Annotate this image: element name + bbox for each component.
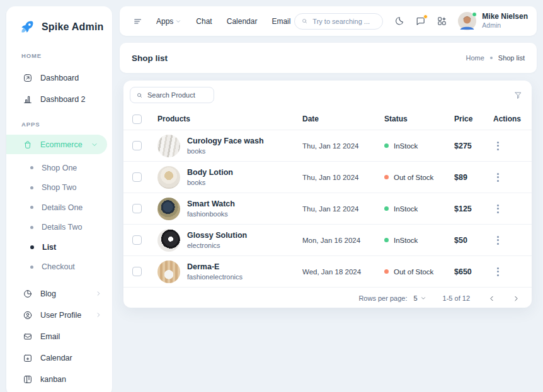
row-checkbox[interactable] bbox=[132, 141, 142, 150]
app-logo[interactable]: Spike Admin bbox=[6, 6, 112, 35]
rows-per-page-value: 5 bbox=[413, 294, 417, 302]
product-search[interactable] bbox=[130, 87, 214, 103]
user-icon bbox=[23, 310, 33, 320]
product-name: Body Lotion bbox=[187, 167, 302, 178]
pagination-nav bbox=[488, 294, 520, 303]
global-search[interactable] bbox=[294, 13, 383, 30]
breadcrumb-home-link[interactable]: Home bbox=[466, 54, 484, 62]
product-price: $89 bbox=[454, 173, 493, 182]
row-checkbox[interactable] bbox=[132, 267, 142, 276]
pagination-range: 1-5 of 12 bbox=[443, 294, 470, 302]
product-date: Thu, Jan 12 2024 bbox=[302, 205, 384, 213]
nav-calendar[interactable]: Calendar bbox=[227, 17, 258, 26]
select-all-checkbox[interactable] bbox=[132, 115, 142, 124]
status-label: InStock bbox=[394, 205, 418, 213]
nav-chat[interactable]: Chat bbox=[196, 17, 212, 26]
sidebar-item-label: Checkout bbox=[42, 262, 75, 271]
product-thumbnail bbox=[157, 229, 180, 252]
status-label: InStock bbox=[394, 237, 418, 244]
sidebar-item-dashboard2[interactable]: Dashboard 2 bbox=[6, 89, 112, 109]
column-header-products: Products bbox=[157, 115, 302, 123]
sidebar-item-details-two[interactable]: Details Two bbox=[6, 218, 112, 238]
product-name: Smart Watch bbox=[187, 199, 302, 210]
sidebar-item-details-one[interactable]: Details One bbox=[6, 198, 112, 218]
rocket-icon bbox=[19, 18, 36, 35]
product-price: $275 bbox=[454, 142, 493, 150]
sidebar-item-email[interactable]: Email bbox=[6, 326, 112, 347]
search-icon bbox=[301, 17, 308, 25]
sidebar-item-kanban[interactable]: kanban bbox=[6, 369, 112, 389]
product-status: InStock bbox=[384, 205, 454, 213]
product-category: electronics bbox=[187, 241, 302, 250]
row-checkbox[interactable] bbox=[132, 204, 142, 213]
table-row: Glossy Solution electronics Mon, Jan 16 … bbox=[123, 224, 532, 255]
bullet-icon bbox=[30, 186, 33, 189]
user-role: Admin bbox=[482, 21, 528, 30]
sidebar-item-ecommerce[interactable]: Ecommerce bbox=[6, 135, 107, 154]
chevron-right-icon bbox=[512, 294, 520, 303]
sidebar-item-label: Shop One bbox=[42, 164, 77, 172]
row-checkbox[interactable] bbox=[132, 235, 142, 245]
next-page-button[interactable] bbox=[512, 294, 520, 303]
table-toolbar bbox=[123, 87, 532, 103]
sidebar-item-user-profile[interactable]: User Profile bbox=[6, 305, 112, 325]
product-cell: Derma-E fashionelectronics bbox=[187, 262, 302, 282]
sidebar-item-label: Dashboard 2 bbox=[40, 95, 86, 104]
product-date: Thu, Jan 12 2024 bbox=[302, 142, 384, 150]
table-row: Smart Watch fashionbooks Thu, Jan 12 202… bbox=[123, 193, 532, 224]
messages-button[interactable] bbox=[415, 16, 426, 26]
dark-mode-toggle[interactable] bbox=[394, 16, 404, 26]
product-status: Out of Stock bbox=[384, 174, 454, 181]
sidebar: Spike Admin HOME Dashboard Dashboard 2 A… bbox=[6, 6, 112, 392]
sidebar-item-dashboard[interactable]: Dashboard bbox=[6, 67, 112, 88]
row-actions-menu[interactable] bbox=[493, 265, 502, 279]
sidebar-item-blog[interactable]: Blog bbox=[6, 283, 112, 304]
chevron-right-icon bbox=[95, 311, 102, 318]
product-name: Curology Face wash bbox=[187, 136, 302, 147]
menu-toggle-icon[interactable] bbox=[129, 13, 147, 30]
product-status: Out of Stock bbox=[384, 268, 454, 276]
status-dot bbox=[384, 175, 389, 179]
row-actions-menu[interactable] bbox=[493, 202, 502, 216]
sidebar-item-calendar[interactable]: Calendar bbox=[6, 347, 112, 368]
status-dot bbox=[384, 238, 389, 242]
sidebar-item-shop-two[interactable]: Shop Two bbox=[6, 178, 112, 198]
product-thumbnail bbox=[157, 198, 180, 220]
product-search-input[interactable] bbox=[147, 91, 208, 99]
row-checkbox[interactable] bbox=[132, 172, 142, 182]
product-thumbnail bbox=[157, 260, 180, 283]
product-thumbnail bbox=[157, 135, 180, 157]
table-row: Body Lotion books Thu, Jan 10 2024 Out o… bbox=[123, 161, 532, 193]
global-search-input[interactable] bbox=[312, 18, 376, 25]
apps-grid-button[interactable] bbox=[437, 16, 447, 26]
product-category: fashionelectronics bbox=[187, 272, 302, 282]
row-actions-menu[interactable] bbox=[493, 139, 502, 153]
table-body: Curology Face wash books Thu, Jan 12 202… bbox=[123, 130, 532, 287]
product-status: InStock bbox=[384, 237, 454, 244]
row-actions-menu[interactable] bbox=[493, 233, 502, 247]
dashboard-icon bbox=[23, 73, 33, 83]
row-actions-menu[interactable] bbox=[493, 171, 502, 184]
user-menu[interactable]: Mike Nielsen Admin bbox=[458, 12, 528, 30]
status-label: InStock bbox=[394, 142, 418, 150]
previous-page-button[interactable] bbox=[488, 294, 496, 303]
product-category: books bbox=[187, 178, 302, 188]
kanban-icon bbox=[23, 374, 33, 384]
product-price: $125 bbox=[454, 204, 493, 213]
product-category: books bbox=[187, 147, 302, 156]
sidebar-item-label: Blog bbox=[40, 289, 56, 298]
filter-button[interactable] bbox=[512, 89, 524, 101]
sidebar-item-checkout[interactable]: Checkout bbox=[6, 257, 112, 277]
chevron-left-icon bbox=[488, 294, 496, 303]
bullet-icon bbox=[30, 266, 33, 269]
product-cell: Curology Face wash books bbox=[187, 136, 302, 156]
nav-apps[interactable]: Apps bbox=[156, 17, 181, 26]
sidebar-item-shop-one[interactable]: Shop One bbox=[6, 158, 112, 178]
sidebar-item-list-active[interactable]: List bbox=[6, 237, 112, 257]
avatar bbox=[458, 12, 476, 30]
nav-email[interactable]: Email bbox=[272, 17, 290, 26]
table-header-row: Products Date Status Price Actions bbox=[123, 108, 532, 130]
sidebar-item-label: Calendar bbox=[40, 354, 72, 362]
rows-per-page-select[interactable]: 5 bbox=[413, 294, 426, 302]
table-row: Curology Face wash books Thu, Jan 12 202… bbox=[123, 130, 532, 161]
